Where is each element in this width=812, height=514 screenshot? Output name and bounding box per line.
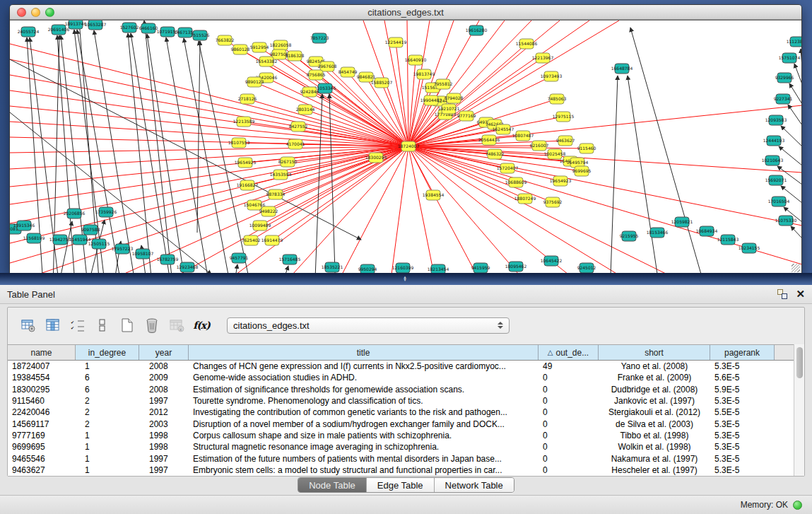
graph-node[interactable]: 10653287 bbox=[85, 21, 107, 30]
column-header-year[interactable]: year bbox=[139, 345, 189, 360]
graph-edge[interactable] bbox=[794, 64, 801, 84]
tab-network-table[interactable]: Network Table bbox=[435, 478, 514, 492]
graph-edge[interactable] bbox=[609, 76, 618, 274]
graph-node[interactable]: 10210643 bbox=[762, 156, 784, 165]
graph-node[interactable]: 6466160 bbox=[139, 23, 158, 33]
table-row[interactable]: 1456911722003Disruption of a novel membe… bbox=[8, 418, 804, 429]
table-cell[interactable]: 9115460 bbox=[8, 396, 76, 406]
graph-node[interactable]: 18535221 bbox=[322, 262, 343, 272]
table-cell[interactable]: 19384554 bbox=[8, 373, 76, 382]
graph-node[interactable]: 18107553 bbox=[228, 138, 250, 148]
table-cell[interactable]: 0 bbox=[539, 419, 599, 429]
graph-edge[interactable] bbox=[628, 76, 664, 274]
graph-node[interactable]: 9457791 bbox=[230, 253, 249, 263]
table-row[interactable]: 946362711997Embryonic stem cells: a mode… bbox=[8, 465, 804, 476]
graph-node[interactable]: 8454749 bbox=[339, 67, 358, 77]
table-cell[interactable]: Corpus callosum shape and size in male p… bbox=[189, 431, 539, 440]
graph-node[interactable]: 12505115 bbox=[88, 239, 110, 249]
graph-node[interactable]: 16543382 bbox=[256, 57, 278, 66]
table-cell[interactable]: 0 bbox=[539, 465, 599, 475]
graph-node[interactable]: 8186328 bbox=[286, 51, 305, 61]
graph-node[interactable]: 9245012 bbox=[577, 263, 596, 273]
graph-node[interactable]: 17016504 bbox=[768, 197, 790, 206]
graph-node[interactable]: 18226058 bbox=[270, 40, 292, 50]
graph-node[interactable]: 12254419 bbox=[385, 37, 407, 47]
table-selector-dropdown[interactable]: citations_edges.txt bbox=[227, 317, 510, 334]
graph-node[interactable]: 15716485 bbox=[279, 255, 301, 264]
graph-node[interactable]: 15885207 bbox=[371, 78, 393, 88]
table-cell[interactable]: 6 bbox=[76, 385, 139, 395]
graph-edge[interactable] bbox=[408, 146, 667, 274]
graph-edge[interactable] bbox=[781, 126, 801, 146]
table-cell[interactable]: Franke et al. (2009) bbox=[599, 373, 710, 382]
graph-node[interactable]: 16914479 bbox=[261, 235, 283, 245]
graph-node[interactable]: 1527602 bbox=[120, 23, 139, 33]
table-cell[interactable]: 1 bbox=[76, 361, 139, 371]
graph-node[interactable]: 9097588 bbox=[81, 225, 100, 235]
zoom-window-button[interactable] bbox=[45, 8, 54, 17]
table-cell[interactable]: Wolkin et al. (1998) bbox=[599, 442, 710, 452]
graph-node[interactable]: 7485063 bbox=[548, 94, 567, 104]
table-cell[interactable]: 2 bbox=[76, 419, 139, 429]
table-cell[interactable]: Estimation of significance thresholds fo… bbox=[189, 385, 539, 395]
graph-node[interactable]: 2718126 bbox=[238, 94, 257, 104]
graph-node[interactable]: 9498222 bbox=[259, 206, 278, 216]
graph-node[interactable]: 14353594 bbox=[270, 170, 292, 180]
graph-node[interactable]: 9215955 bbox=[620, 231, 639, 241]
table-cell[interactable]: 9699695 bbox=[8, 442, 76, 452]
table-cell[interactable]: 0 bbox=[539, 385, 599, 395]
table-cell[interactable]: 2003 bbox=[139, 419, 189, 429]
graph-edge[interactable] bbox=[128, 33, 155, 274]
graph-node[interactable]: 9375692 bbox=[543, 197, 563, 207]
graph-node[interactable]: 8267150 bbox=[278, 157, 298, 167]
graph-node[interactable]: 11568199 bbox=[23, 233, 45, 243]
table-cell[interactable]: Changes of HCN gene expression and I(f) … bbox=[189, 361, 539, 371]
graph-node[interactable]: 19654923 bbox=[550, 176, 572, 186]
graph-node[interactable]: 19384554 bbox=[423, 190, 445, 200]
graph-node[interactable]: 5912954 bbox=[250, 42, 269, 52]
table-cell[interactable]: 5.3E-5 bbox=[710, 431, 775, 440]
table-cell[interactable]: 1998 bbox=[139, 431, 189, 440]
column-header-title[interactable]: title bbox=[189, 345, 539, 360]
table-cell[interactable]: 5.9E-5 bbox=[710, 385, 775, 395]
table-cell[interactable]: 1997 bbox=[139, 454, 189, 464]
table-row[interactable]: 911546021997Tourette syndrome. Phenomeno… bbox=[8, 395, 804, 407]
graph-node[interactable]: 18095462 bbox=[505, 262, 527, 271]
graph-node[interactable]: 8878334 bbox=[266, 189, 286, 199]
table-cell[interactable]: 5.6E-5 bbox=[710, 373, 775, 382]
delete-column-icon[interactable] bbox=[144, 317, 160, 333]
graph-node[interactable]: 10684934 bbox=[696, 226, 718, 236]
column-header-in_degree[interactable]: in_degree bbox=[76, 345, 139, 360]
graph-node[interactable]: 20691406 bbox=[48, 25, 70, 35]
graph-node[interactable]: 12093583 bbox=[765, 115, 787, 125]
graph-edge[interactable] bbox=[630, 28, 713, 274]
graph-node[interactable]: 12923468 bbox=[177, 262, 199, 272]
table-cell[interactable]: 14569117 bbox=[8, 419, 76, 429]
minimize-window-button[interactable] bbox=[31, 8, 40, 17]
table-cell[interactable]: 1997 bbox=[139, 396, 189, 406]
close-panel-icon[interactable]: ✕ bbox=[796, 289, 805, 299]
graph-node[interactable]: 15720407 bbox=[497, 163, 519, 173]
table-cell[interactable]: 2008 bbox=[139, 361, 189, 371]
table-cell[interactable]: 1 bbox=[76, 454, 139, 464]
graph-edge[interactable] bbox=[342, 146, 408, 274]
table-cell[interactable]: de Silva et al. (2003) bbox=[599, 419, 710, 429]
graph-node[interactable]: 10645422 bbox=[541, 256, 563, 266]
table-cell[interactable]: 2 bbox=[76, 407, 139, 417]
graph-node[interactable]: 19616280 bbox=[466, 25, 488, 35]
column-header-name[interactable]: name bbox=[8, 345, 76, 360]
graph-edge[interactable] bbox=[408, 146, 434, 274]
graph-node[interactable]: 2803144 bbox=[296, 105, 315, 115]
table-cell[interactable]: 2009 bbox=[139, 373, 189, 382]
graph-node[interactable]: 7625402 bbox=[242, 235, 261, 245]
table-cell[interactable]: 18724007 bbox=[8, 361, 76, 371]
table-cell[interactable]: 5.3E-5 bbox=[710, 361, 775, 371]
graph-node[interactable]: 10234155 bbox=[739, 243, 760, 253]
table-row[interactable]: 1938455462009Genome-wide association stu… bbox=[8, 372, 804, 383]
table-mode-icon[interactable] bbox=[20, 317, 36, 333]
table-cell[interactable]: 22420046 bbox=[8, 407, 76, 417]
table-scrollbar[interactable] bbox=[794, 344, 804, 476]
graph-edge[interactable] bbox=[791, 226, 801, 238]
table-cell[interactable]: 1 bbox=[76, 431, 139, 440]
table-cell[interactable]: 1997 bbox=[139, 465, 189, 475]
